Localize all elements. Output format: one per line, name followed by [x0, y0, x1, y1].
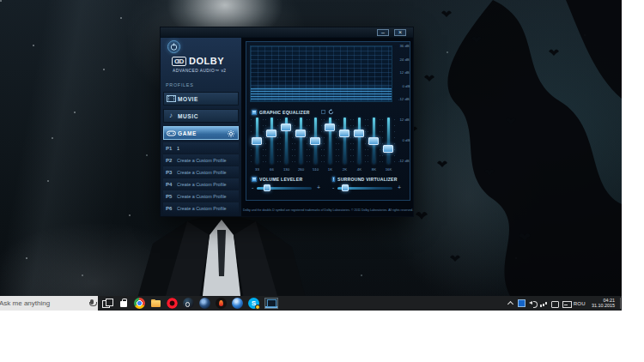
eq-band: 66 [264, 118, 279, 179]
onedrive-icon[interactable] [551, 299, 559, 307]
eq-band: 260 [294, 118, 308, 179]
eq-band: 130 [279, 118, 294, 179]
custom-profile-row[interactable]: P11 [163, 142, 239, 154]
eq-slider-track[interactable] [270, 118, 273, 164]
equalizer-scale-label: -12 dB [398, 160, 410, 163]
gear-icon[interactable] [228, 130, 234, 137]
plus-label: + [317, 184, 320, 190]
eq-slider-thumb[interactable] [354, 130, 364, 137]
profile-label: MUSIC [178, 113, 198, 119]
eq-band: 2K [337, 118, 352, 179]
profiles-sidebar: DD DOLBY ADVANCED AUDIO™ v2 PROFILES MOV… [161, 38, 242, 216]
minimize-button[interactable]: – [377, 29, 389, 36]
custom-profile-row[interactable]: P5Create a Custom Profile [163, 190, 239, 202]
eq-slider-thumb[interactable] [295, 130, 306, 137]
microphone-icon[interactable] [90, 299, 94, 305]
show-desktop-button[interactable] [620, 298, 621, 309]
eq-slider-thumb[interactable] [325, 124, 335, 131]
globe-browser-icon[interactable] [199, 298, 210, 309]
dolby-tray-icon[interactable] [518, 299, 526, 307]
network-icon[interactable] [540, 299, 548, 307]
surround-virtualizer-checkbox[interactable] [332, 177, 335, 182]
volume-leveler-control: VOLUME LEVELER - + [252, 176, 327, 190]
search-box[interactable] [0, 296, 98, 311]
eq-band-freq-label: 2K [339, 168, 349, 172]
steam-icon[interactable] [183, 298, 194, 309]
power-icon [170, 43, 178, 51]
language-indicator[interactable]: ROU [574, 301, 586, 306]
flame-app-icon[interactable] [216, 298, 227, 309]
equalizer-panel: 36 dB24 dB12 dB0 dB-12 dB GRAPHIC EQUALI… [246, 41, 410, 201]
eq-band: 33 [250, 118, 264, 179]
eq-band: 4K [352, 118, 367, 179]
dolby-advanced-audio-window: – × DD DOLBY ADVANCED AUDIO™ v2 PROFILES… [160, 27, 414, 217]
profile-item-movie[interactable]: MOVIE [163, 92, 239, 106]
volume-leveler-checkbox[interactable] [252, 177, 257, 182]
eq-slider-track[interactable] [343, 118, 346, 164]
custom-profile-key: P2 [163, 158, 177, 163]
profile-item-game-selected[interactable]: GAME [163, 126, 239, 140]
eq-band-freq-label: 66 [266, 168, 276, 172]
hidden-icons-chevron[interactable] [507, 299, 514, 307]
window-titlebar[interactable]: – × [161, 27, 413, 38]
touch-keyboard-icon[interactable] [562, 299, 570, 307]
volume-leveler-thumb[interactable] [264, 184, 270, 191]
eq-slider-track[interactable] [387, 118, 390, 164]
custom-profile-label: Create a Custom Profile [177, 182, 227, 186]
eq-slider-track[interactable] [358, 118, 361, 164]
film-icon [164, 95, 178, 102]
graph-scale-label: 12 dB [400, 71, 410, 75]
preset-icon[interactable] [321, 110, 325, 114]
graph-scale-label: 0 dB [402, 84, 410, 87]
volume-leveler-slider[interactable]: - + [257, 187, 312, 190]
eq-band-freq-label: 130 [281, 168, 291, 172]
dolby-window-icon[interactable] [264, 298, 278, 309]
task-view-icon[interactable] [101, 298, 112, 309]
custom-profile-row[interactable]: P6Create a Custom Profile [163, 202, 239, 214]
custom-profile-row[interactable]: P4Create a Custom Profile [163, 178, 239, 190]
eq-slider-thumb[interactable] [310, 137, 320, 145]
custom-profile-label: 1 [177, 146, 179, 150]
skype-icon[interactable]: S [248, 298, 259, 309]
search-input[interactable] [0, 299, 85, 307]
eq-slider-thumb[interactable] [266, 130, 276, 137]
reset-icon[interactable] [328, 109, 334, 115]
double-d-icon: DD [172, 57, 186, 66]
custom-profile-row[interactable]: P2Create a Custom Profile [163, 154, 239, 166]
eq-slider-thumb[interactable] [281, 124, 291, 131]
plus-label: + [398, 184, 401, 190]
profiles-header: PROFILES [166, 82, 193, 87]
chrome-icon[interactable] [134, 298, 145, 309]
custom-profile-row[interactable]: P3Create a Custom Profile [163, 166, 239, 178]
eq-slider-thumb[interactable] [252, 137, 262, 145]
taskbar: S ROU 04:21 31.10.2015 [0, 296, 622, 311]
file-explorer-icon[interactable] [150, 298, 161, 309]
store-icon[interactable] [118, 298, 129, 309]
equalizer-checkbox[interactable] [252, 110, 257, 115]
eq-slider-track[interactable] [300, 118, 302, 164]
profile-item-music[interactable]: ♪ MUSIC [163, 109, 239, 123]
copyright-text: Dolby and the double-D symbol are regist… [242, 208, 413, 212]
power-button[interactable] [167, 40, 180, 53]
opera-icon[interactable] [167, 298, 178, 309]
custom-profile-key: P6 [163, 206, 177, 211]
graph-scale: 36 dB24 dB12 dB0 dB-12 dB [394, 44, 410, 102]
custom-profile-label: Create a Custom Profile [177, 194, 227, 198]
blue-app-icon[interactable] [232, 298, 243, 309]
brand-subtitle: ADVANCED AUDIO™ v2 [173, 69, 226, 73]
custom-profiles-list: P11P2Create a Custom ProfileP3Create a C… [163, 142, 239, 214]
eq-slider-thumb[interactable] [339, 130, 349, 137]
volume-icon[interactable] [529, 299, 537, 307]
surround-virtualizer-slider[interactable]: - + [337, 187, 392, 190]
surround-virtualizer-thumb[interactable] [342, 184, 349, 191]
bat-swarm-silhouette [390, 0, 622, 296]
custom-profile-key: P5 [163, 194, 177, 199]
clock[interactable]: 04:21 31.10.2015 [592, 299, 615, 309]
eq-slider-thumb[interactable] [368, 137, 379, 145]
close-button[interactable]: × [394, 29, 406, 36]
tray-icons [507, 299, 570, 307]
desktop: – × DD DOLBY ADVANCED AUDIO™ v2 PROFILES… [0, 0, 622, 311]
music-note-icon: ♪ [164, 112, 178, 119]
graph-scale-label: 24 dB [400, 57, 410, 61]
equalizer-scale-label: 0 dB [402, 139, 410, 142]
